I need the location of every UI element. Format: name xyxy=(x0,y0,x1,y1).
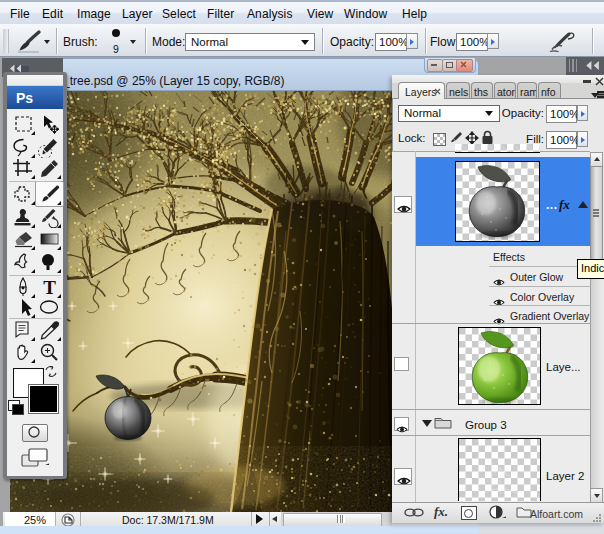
svg-text:T: T xyxy=(43,277,56,298)
